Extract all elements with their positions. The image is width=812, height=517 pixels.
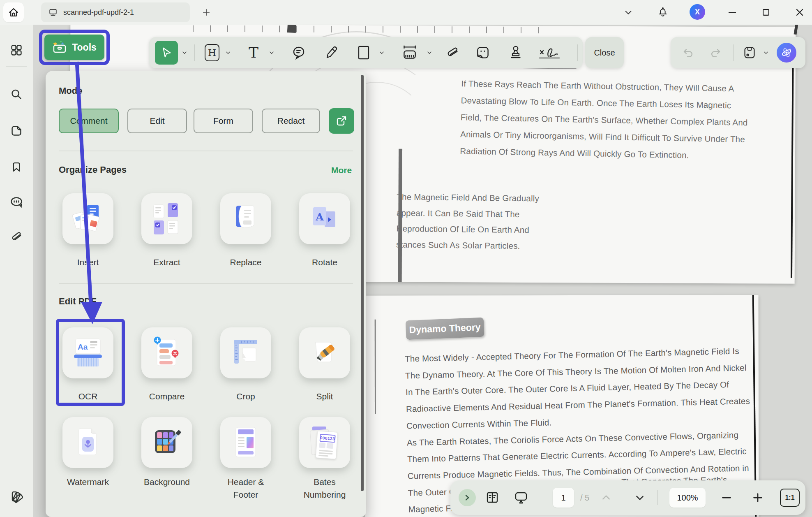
document-tab[interactable]: scanned-pdf-updf-2-1 bbox=[41, 2, 190, 22]
grid-icon bbox=[9, 42, 24, 58]
stamp-tool-button[interactable] bbox=[505, 37, 526, 68]
zoom-out-button[interactable] bbox=[717, 480, 736, 515]
mode-edit-button[interactable]: Edit bbox=[127, 109, 187, 133]
signature-tool-button[interactable] bbox=[535, 37, 564, 68]
save-icon bbox=[742, 45, 757, 60]
appearance-palette-button[interactable] bbox=[8, 488, 25, 504]
next-page-button[interactable] bbox=[631, 480, 648, 515]
measure-tool-button[interactable] bbox=[397, 37, 422, 68]
plus-icon bbox=[201, 7, 212, 18]
bookmark-icon bbox=[9, 160, 24, 174]
presentation-mode-button[interactable] bbox=[510, 480, 532, 515]
new-tab-button[interactable] bbox=[198, 4, 215, 21]
select-tool-button[interactable] bbox=[155, 37, 178, 68]
actual-size-button[interactable]: 1:1 bbox=[779, 480, 800, 515]
minimize-icon bbox=[727, 7, 737, 17]
signature-icon bbox=[537, 44, 562, 61]
paperclip-icon bbox=[9, 229, 24, 245]
previous-page-button[interactable] bbox=[597, 480, 615, 515]
extract-tile[interactable] bbox=[141, 193, 192, 244]
highlight-tool-button[interactable]: H bbox=[203, 37, 221, 68]
compare-tile[interactable] bbox=[141, 327, 192, 378]
chevron-down-icon bbox=[379, 50, 385, 56]
zoom-field-wrap: 100% bbox=[669, 480, 706, 515]
tools-button[interactable]: Tools bbox=[44, 35, 104, 60]
close-window-button[interactable] bbox=[792, 6, 807, 19]
watermark-tile[interactable] bbox=[62, 417, 113, 468]
page-layout-button[interactable] bbox=[482, 480, 502, 515]
panel-scrollbar[interactable] bbox=[361, 75, 364, 491]
attachments-panel-button[interactable] bbox=[8, 229, 25, 245]
background-tile[interactable] bbox=[141, 417, 192, 468]
tools-panel: Mode Comment Edit Form Redact Organize P… bbox=[46, 71, 366, 517]
attach-file-tool-button[interactable] bbox=[442, 37, 463, 68]
redo-button[interactable] bbox=[706, 37, 726, 68]
pencil-tool-button[interactable] bbox=[321, 37, 342, 68]
rotate-tile[interactable]: A bbox=[299, 193, 350, 244]
collapse-toolbar-button[interactable] bbox=[621, 6, 635, 19]
text-tool-button[interactable]: T bbox=[244, 37, 263, 68]
bates-numbering-tile[interactable]: 000123 bbox=[299, 417, 350, 468]
comments-panel-button[interactable] bbox=[8, 194, 25, 211]
mode-comment-button[interactable]: Comment bbox=[59, 109, 119, 133]
crop-tile[interactable] bbox=[220, 327, 271, 378]
page-number-input[interactable]: 1 bbox=[553, 488, 574, 508]
undo-button[interactable] bbox=[678, 37, 698, 68]
toolbar-divider bbox=[733, 44, 734, 61]
user-avatar[interactable]: X bbox=[690, 4, 705, 20]
annotation-toolbar: H T bbox=[149, 37, 583, 68]
bates-number-sample: 000123 bbox=[320, 434, 336, 443]
split-tile[interactable] bbox=[299, 327, 350, 378]
compare-label: Compare bbox=[129, 390, 205, 403]
text-line: Reproduction Of Life On Earth And bbox=[396, 221, 539, 238]
search-icon bbox=[9, 87, 24, 102]
panel-divider bbox=[59, 151, 353, 151]
organize-more-link[interactable]: More bbox=[331, 165, 352, 175]
chevron-up-icon bbox=[601, 492, 611, 503]
zoom-in-button[interactable] bbox=[749, 480, 767, 515]
mode-redact-button[interactable]: Redact bbox=[262, 109, 320, 133]
ai-assistant-button[interactable] bbox=[774, 37, 799, 68]
pages-panel-button[interactable] bbox=[8, 123, 25, 139]
zoom-level-input[interactable]: 100% bbox=[669, 488, 706, 508]
expand-statusbar-button[interactable] bbox=[458, 480, 477, 515]
header-footer-label: Header & Footer bbox=[208, 475, 284, 501]
statusbar-divider bbox=[657, 490, 658, 505]
highlight-tool-dropdown[interactable] bbox=[224, 37, 232, 68]
shape-tool-button[interactable] bbox=[355, 37, 373, 68]
tab-title: scanned-pdf-updf-2-1 bbox=[63, 8, 134, 17]
background-label: Background bbox=[129, 475, 205, 488]
label-line: Bates bbox=[286, 475, 363, 488]
save-dropdown[interactable] bbox=[762, 37, 770, 68]
insert-label: Insert bbox=[50, 256, 126, 269]
insert-tile[interactable] bbox=[62, 193, 113, 244]
minimize-button[interactable] bbox=[725, 6, 740, 19]
close-toolbar-button[interactable]: Close bbox=[585, 37, 624, 68]
mode-form-button[interactable]: Form bbox=[194, 109, 253, 133]
replace-label: Replace bbox=[208, 256, 284, 269]
open-mode-external-button[interactable] bbox=[329, 108, 354, 134]
cursor-icon bbox=[160, 46, 173, 59]
sticker-tool-button[interactable] bbox=[472, 37, 494, 68]
page-icon bbox=[9, 123, 24, 139]
bookmarks-panel-button[interactable] bbox=[8, 159, 25, 175]
extract-icon bbox=[150, 202, 183, 235]
shape-tool-dropdown[interactable] bbox=[378, 37, 386, 68]
save-button[interactable] bbox=[740, 37, 759, 68]
search-button[interactable] bbox=[8, 86, 25, 103]
text-tool-dropdown[interactable] bbox=[268, 37, 276, 68]
replace-icon bbox=[229, 202, 262, 235]
thumbnails-panel-button[interactable] bbox=[8, 42, 25, 58]
select-tool-dropdown[interactable] bbox=[180, 37, 189, 68]
home-button[interactable] bbox=[3, 2, 24, 22]
text-line: The Magnetic Field And Be Gradually bbox=[397, 189, 539, 206]
stamp-icon bbox=[508, 44, 524, 61]
maximize-button[interactable] bbox=[759, 6, 773, 19]
header-footer-tile[interactable] bbox=[220, 417, 271, 468]
scan-left-mark bbox=[375, 320, 376, 414]
tools-button-highlight: Tools bbox=[39, 30, 110, 65]
replace-tile[interactable] bbox=[220, 193, 271, 244]
notifications-button[interactable] bbox=[655, 4, 671, 21]
sticky-note-tool-button[interactable] bbox=[288, 37, 309, 68]
measure-tool-dropdown[interactable] bbox=[425, 37, 434, 68]
